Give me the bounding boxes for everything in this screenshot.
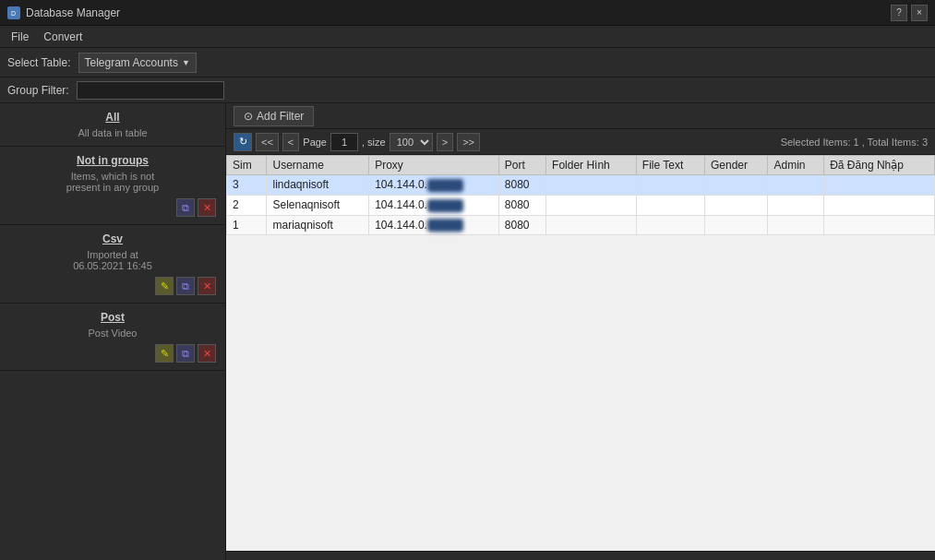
cell-7 <box>768 195 824 215</box>
refresh-button[interactable]: ↻ <box>234 133 252 151</box>
col-gender: Gender <box>705 156 768 175</box>
main-layout: All All data in table Not in groups Item… <box>0 103 935 560</box>
table-container[interactable]: Sim Username Proxy Port Folder Hình File… <box>226 155 935 551</box>
table-row[interactable]: 2Selenaqnisoft104.144.0.████8080 <box>227 195 935 215</box>
cell-5 <box>636 215 704 235</box>
sidebar-post-desc: Post Video <box>9 328 216 339</box>
prev-page-button[interactable]: < <box>282 133 299 151</box>
menu-file[interactable]: File <box>4 29 36 45</box>
col-da-dang-nhap: Đã Đăng Nhập <box>824 156 935 175</box>
first-page-button[interactable]: << <box>256 133 279 151</box>
filter-row: Group Filter: <box>0 77 935 103</box>
cell-5 <box>636 175 704 196</box>
help-button[interactable]: ? <box>891 5 907 21</box>
cell-6 <box>705 195 768 215</box>
delete-button-notingroups[interactable]: ✕ <box>198 198 216 217</box>
pagination-bar: ↻ << < Page , size 100 50 200 > >> Selec… <box>226 129 935 155</box>
cell-proxy: 104.144.0.████ <box>369 175 499 196</box>
add-filter-bar: ⊙ Add Filter <box>226 103 935 129</box>
cell-3: 8080 <box>498 175 545 196</box>
cell-3: 8080 <box>498 195 545 215</box>
table-dropdown[interactable]: Telegram Accounts ▼ <box>78 53 197 73</box>
size-select[interactable]: 100 50 200 <box>390 133 433 151</box>
sidebar: All All data in table Not in groups Item… <box>0 103 226 560</box>
cell-6 <box>705 215 768 235</box>
app-icon: D <box>7 6 20 19</box>
filter-icon: ⊙ <box>244 110 253 123</box>
cell-proxy: 104.144.0.████ <box>369 195 499 215</box>
cell-3: 8080 <box>498 215 545 235</box>
sidebar-csv-title: Csv <box>9 232 216 245</box>
cell-0: 3 <box>227 175 267 196</box>
sidebar-item-post[interactable]: Post Post Video ✎ ⧉ ✕ <box>0 304 225 371</box>
cell-0: 1 <box>227 215 267 235</box>
sidebar-all-desc: All data in table <box>9 127 216 138</box>
table-dropdown-value: Telegram Accounts <box>85 56 178 69</box>
sidebar-item-csv[interactable]: Csv Imported at06.05.2021 16:45 ✎ ⧉ ✕ <box>0 225 225 304</box>
col-folder-hinh: Folder Hình <box>546 156 637 175</box>
cell-4 <box>546 195 637 215</box>
title-bar-controls: ? × <box>891 5 928 21</box>
cell-8 <box>824 195 935 215</box>
col-sim: Sim <box>227 156 267 175</box>
dropdown-arrow-icon: ▼ <box>182 58 190 67</box>
edit-button-post[interactable]: ✎ <box>155 344 174 363</box>
data-table: Sim Username Proxy Port Folder Hình File… <box>226 155 935 235</box>
cell-5 <box>636 195 704 215</box>
sidebar-post-title: Post <box>9 311 216 324</box>
delete-button-post[interactable]: ✕ <box>198 344 216 363</box>
close-button[interactable]: × <box>911 5 928 21</box>
sidebar-notingroups-actions: ⧉ ✕ <box>9 198 216 217</box>
title-bar: D Database Manager ? × <box>0 0 935 26</box>
sidebar-item-all[interactable]: All All data in table <box>0 103 225 147</box>
page-input[interactable] <box>330 133 358 151</box>
content-area: ⊙ Add Filter ↻ << < Page , size 100 50 2… <box>226 103 935 560</box>
sidebar-notingroups-desc: Items, which is notpresent in any group <box>9 171 216 193</box>
cell-1: mariaqnisoft <box>267 215 369 235</box>
col-username: Username <box>267 156 369 175</box>
cell-8 <box>824 175 935 196</box>
table-row[interactable]: 1mariaqnisoft104.144.0.████8080 <box>227 215 935 235</box>
page-label: Page <box>303 137 327 148</box>
add-filter-label: Add Filter <box>257 110 304 123</box>
col-admin: Admin <box>768 156 824 175</box>
group-filter-input[interactable] <box>77 81 224 100</box>
cell-1: Selenaqnisoft <box>267 195 369 215</box>
cell-4 <box>546 215 637 235</box>
cell-7 <box>768 215 824 235</box>
page-info: Selected Items: 1 , Total Items: 3 <box>781 137 928 148</box>
next-page-button[interactable]: > <box>437 133 453 151</box>
title-bar-text: Database Manager <box>26 6 120 19</box>
select-table-label: Select Table: <box>7 56 71 69</box>
col-port: Port <box>498 156 545 175</box>
toolbar-row: Select Table: Telegram Accounts ▼ <box>0 48 935 77</box>
menu-convert[interactable]: Convert <box>36 29 90 45</box>
menu-bar: File Convert <box>0 26 935 48</box>
col-proxy: Proxy <box>369 156 499 175</box>
sidebar-csv-desc: Imported at06.05.2021 16:45 <box>9 249 216 271</box>
title-bar-left: D Database Manager <box>7 6 120 19</box>
sidebar-post-actions: ✎ ⧉ ✕ <box>9 344 216 363</box>
copy-button-csv[interactable]: ⧉ <box>176 277 195 295</box>
add-filter-button[interactable]: ⊙ Add Filter <box>234 106 314 126</box>
horizontal-scrollbar[interactable] <box>226 551 935 560</box>
col-file-text: File Text <box>636 156 704 175</box>
sidebar-item-not-in-groups[interactable]: Not in groups Items, which is notpresent… <box>0 147 225 225</box>
copy-button-post[interactable]: ⧉ <box>176 344 195 363</box>
last-page-button[interactable]: >> <box>457 133 480 151</box>
delete-button-csv[interactable]: ✕ <box>198 277 216 295</box>
cell-0: 2 <box>227 195 267 215</box>
sidebar-csv-actions: ✎ ⧉ ✕ <box>9 277 216 295</box>
table-header-row: Sim Username Proxy Port Folder Hình File… <box>227 156 935 175</box>
edit-button-csv[interactable]: ✎ <box>155 277 174 295</box>
cell-7 <box>768 175 824 196</box>
size-label: , size <box>362 137 386 148</box>
svg-text:D: D <box>11 10 16 17</box>
table-row[interactable]: 3lindaqnisoft104.144.0.████8080 <box>227 175 935 196</box>
sidebar-all-title: All <box>9 111 216 124</box>
cell-8 <box>824 215 935 235</box>
copy-button-notingroups[interactable]: ⧉ <box>176 198 195 217</box>
sidebar-notingroups-title: Not in groups <box>9 154 216 167</box>
group-filter-label: Group Filter: <box>7 84 69 97</box>
cell-proxy: 104.144.0.████ <box>369 215 499 235</box>
